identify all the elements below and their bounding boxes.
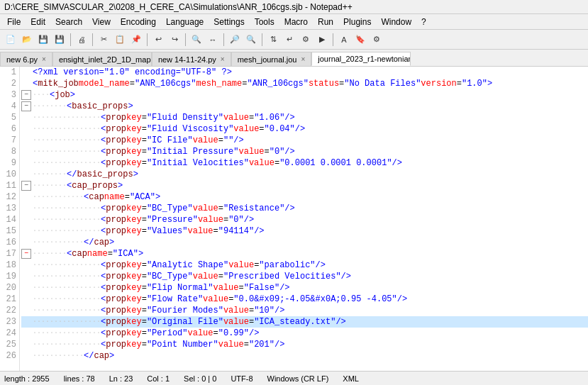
code-line-13[interactable]: ················<prop key="BC_Type" valu… <box>21 203 588 214</box>
fold-indicator-11[interactable]: − <box>21 181 31 191</box>
menu-item-search[interactable]: Search <box>51 16 87 28</box>
code-line-26[interactable]: ············</cap> <box>21 350 588 362</box>
code-line-25[interactable]: ················<prop key="Point Number"… <box>21 339 588 350</box>
code-line-11[interactable]: −········<cap_props> <box>21 180 588 191</box>
copy-button[interactable]: 📋 <box>112 32 128 48</box>
tab-2[interactable]: new 14-11-24.py× <box>152 52 231 66</box>
bookmark-button[interactable]: 🔖 <box>353 32 368 48</box>
code-area[interactable]: <?xml version="1.0" encoding="UTF-8" ?> … <box>20 67 588 371</box>
code-line-14[interactable]: ················<prop key="Pressure" val… <box>21 214 588 225</box>
tab-4[interactable]: journal_2023_r1-newtonian-unsteady-l3-eu… <box>311 52 411 66</box>
code-line-22[interactable]: ················<prop key="Fourier Modes… <box>21 305 588 316</box>
open-button[interactable]: 📂 <box>19 32 35 48</box>
code-line-19[interactable]: ················<prop key="BC_Type" valu… <box>21 271 588 282</box>
code-line-9[interactable]: ················<prop key="Initial Veloc… <box>21 157 588 169</box>
line-num-9: 9 <box>3 157 16 169</box>
code-line-5[interactable]: ················<prop key="Fluid Density… <box>21 112 588 123</box>
line-num-12: 12 <box>3 191 16 203</box>
tab-close-3[interactable]: × <box>301 55 305 63</box>
code-line-18[interactable]: ················<prop key="Analytic Shap… <box>21 260 588 271</box>
line-num-14: 14 <box>3 214 16 225</box>
run-button[interactable]: ▶ <box>314 32 330 48</box>
status-lines: lines : 78 <box>64 374 95 383</box>
line-numbers: 1234567891011121314151617181920212223242… <box>0 67 20 371</box>
menu-item-window[interactable]: Window <box>377 16 416 28</box>
tab-1[interactable]: ensight_inlet_2D_1D_mapping.py× <box>52 52 152 66</box>
save-all-button[interactable]: 💾 <box>52 32 67 48</box>
toolbar-sep-6 <box>262 33 262 46</box>
title-text: D:\CERE_SIMVASCULAR_2\0208_H_CERE_CA\Sim… <box>4 2 353 12</box>
sync-scroll-button[interactable]: ⇅ <box>265 32 281 48</box>
line-num-25: 25 <box>3 339 16 350</box>
tab-0[interactable]: new 6.py× <box>0 52 52 66</box>
zoom-in-button[interactable]: 🔎 <box>227 32 243 48</box>
menu-item-file[interactable]: File <box>3 16 25 28</box>
line-num-21: 21 <box>3 294 16 305</box>
tab-close-2[interactable]: × <box>221 55 225 63</box>
code-line-12[interactable]: ············<cap name="ACA"> <box>21 191 588 203</box>
status-length: length : 2955 <box>4 374 50 383</box>
title-bar: D:\CERE_SIMVASCULAR_2\0208_H_CERE_CA\Sim… <box>0 0 588 14</box>
menu-item-run[interactable]: Run <box>314 16 338 28</box>
tab-close-0[interactable]: × <box>42 55 46 63</box>
menu-item-tools[interactable]: Tools <box>250 16 279 28</box>
code-line-17[interactable]: −········<cap name="ICA"> <box>21 248 588 260</box>
menu-item-view[interactable]: View <box>88 16 115 28</box>
status-lang: XML <box>343 374 359 383</box>
new-button[interactable]: 📄 <box>3 32 18 48</box>
tab-3[interactable]: mesh_journal.jou× <box>231 52 312 66</box>
editor-content: 1234567891011121314151617181920212223242… <box>0 67 588 371</box>
code-line-2[interactable]: <mitk_job model_name="ANR_106cgs" mesh_n… <box>21 78 588 89</box>
zoom-out-button[interactable]: 🔍 <box>243 32 259 48</box>
status-ln: Ln : 23 <box>109 374 133 383</box>
line-num-7: 7 <box>3 135 16 146</box>
line-num-20: 20 <box>3 282 16 294</box>
code-line-24[interactable]: ················<prop key="Period" value… <box>21 328 588 339</box>
fold-indicator-4[interactable]: − <box>21 101 31 111</box>
code-line-16[interactable]: ············</cap> <box>21 237 588 248</box>
code-line-3[interactable]: −····<job> <box>21 89 588 101</box>
line-num-26: 26 <box>3 350 16 362</box>
redo-button[interactable]: ↪ <box>167 32 182 48</box>
print-button[interactable]: 🖨 <box>74 32 89 48</box>
editor: 1234567891011121314151617181920212223242… <box>0 67 588 371</box>
menu-item-encoding[interactable]: Encoding <box>116 16 160 28</box>
line-num-10: 10 <box>3 169 16 180</box>
menu-item-macro[interactable]: Macro <box>280 16 312 28</box>
macro-button[interactable]: ⚙ <box>298 32 314 48</box>
line-num-22: 22 <box>3 305 16 316</box>
code-line-6[interactable]: ················<prop key="Fluid Viscosi… <box>21 123 588 135</box>
highlight-button[interactable]: A <box>336 32 352 48</box>
menu-item-?[interactable]: ? <box>417 16 431 28</box>
wrap-button[interactable]: ↵ <box>282 32 297 48</box>
toolbar-sep-2 <box>92 33 93 46</box>
line-num-17: 17 <box>3 248 16 260</box>
line-num-1: 1 <box>3 67 16 78</box>
menu-item-plugins[interactable]: Plugins <box>339 16 375 28</box>
code-line-15[interactable]: ················<prop key="Values" value… <box>21 225 588 237</box>
code-line-10[interactable]: ········</basic_props> <box>21 169 588 180</box>
code-line-20[interactable]: ················<prop key="Flip Normal" … <box>21 282 588 294</box>
code-line-21[interactable]: ················<prop key="Flow Rate" va… <box>21 294 588 305</box>
paste-button[interactable]: 📌 <box>128 32 144 48</box>
code-line-1[interactable]: <?xml version="1.0" encoding="UTF-8" ?> <box>21 67 588 78</box>
menu-item-language[interactable]: Language <box>162 16 208 28</box>
code-line-8[interactable]: ················<prop key="Initial Press… <box>21 146 588 157</box>
code-line-4[interactable]: −········<basic_props> <box>21 101 588 112</box>
find-button[interactable]: 🔍 <box>189 32 204 48</box>
save-button[interactable]: 💾 <box>35 32 51 48</box>
code-line-23[interactable]: ················<prop key="Original File… <box>21 316 588 328</box>
line-num-3: 3 <box>3 89 16 101</box>
fold-indicator-3[interactable]: − <box>21 90 31 100</box>
line-num-23: 23 <box>3 316 16 328</box>
line-num-2: 2 <box>3 78 16 89</box>
undo-button[interactable]: ↩ <box>150 32 166 48</box>
status-type: Windows (CR LF) <box>267 374 329 383</box>
menu-item-settings[interactable]: Settings <box>209 16 248 28</box>
fold-indicator-17[interactable]: − <box>21 249 31 259</box>
code-line-7[interactable]: ················<prop key="IC File" valu… <box>21 135 588 146</box>
find-replace-button[interactable]: ↔ <box>205 32 221 48</box>
cut-button[interactable]: ✂ <box>96 32 111 48</box>
menu-item-edit[interactable]: Edit <box>26 16 50 28</box>
settings-button[interactable]: ⚙ <box>369 32 384 48</box>
